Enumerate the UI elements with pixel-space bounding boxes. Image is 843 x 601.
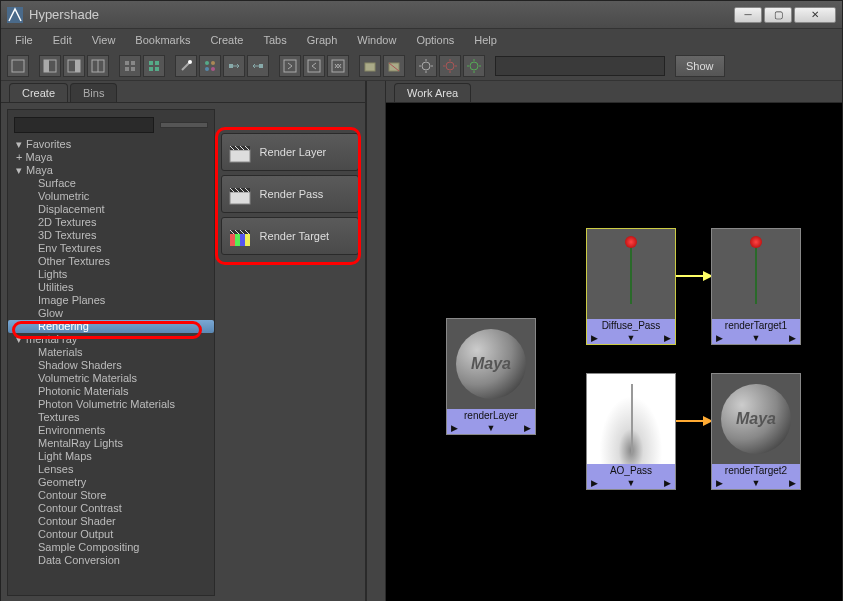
node-footer[interactable]: ▶▼▶	[712, 332, 800, 344]
node-renderTarget2[interactable]: M⁠a⁠y⁠arenderTarget2▶▼▶	[711, 373, 801, 490]
node-renderTarget1[interactable]: renderTarget1▶▼▶	[711, 228, 801, 345]
menu-graph[interactable]: Graph	[299, 32, 346, 48]
tab-bins[interactable]: Bins	[70, 83, 117, 102]
tree-item-data-conversion[interactable]: Data Conversion	[8, 554, 214, 567]
tree-item-shadow-shaders[interactable]: Shadow Shaders	[8, 359, 214, 372]
menu-file[interactable]: File	[7, 32, 41, 48]
tool-io-1-icon[interactable]	[279, 55, 301, 77]
node-input-icon[interactable]: ▶	[591, 478, 598, 488]
tree-item-environments[interactable]: Environments	[8, 424, 214, 437]
tool-sun-1-icon[interactable]	[415, 55, 437, 77]
tool-container-2-icon[interactable]	[383, 55, 405, 77]
maximize-button[interactable]: ▢	[764, 7, 792, 23]
node-footer[interactable]: ▶▼▶	[587, 477, 675, 489]
menu-view[interactable]: View	[84, 32, 124, 48]
connection-arrow[interactable]	[676, 420, 711, 422]
category-tree-list[interactable]: ▾Favorites+ Maya▾MayaSurfaceVolumetricDi…	[8, 138, 214, 593]
tree-item-surface[interactable]: Surface	[8, 177, 214, 190]
tree-item-maya[interactable]: ▾Maya	[8, 164, 214, 177]
tab-work-area[interactable]: Work Area	[394, 83, 471, 102]
tree-item-photon-volumetric-materials[interactable]: Photon Volumetric Materials	[8, 398, 214, 411]
node-input-icon[interactable]: ▶	[451, 423, 458, 433]
tree-item-light-maps[interactable]: Light Maps	[8, 450, 214, 463]
tree-item-materials[interactable]: Materials	[8, 346, 214, 359]
tool-grid-2-icon[interactable]	[143, 55, 165, 77]
node-menu-icon[interactable]: ▼	[487, 423, 496, 433]
node-output-icon[interactable]: ▶	[664, 478, 671, 488]
tree-item-photonic-materials[interactable]: Photonic Materials	[8, 385, 214, 398]
tree-item-contour-contrast[interactable]: Contour Contrast	[8, 502, 214, 515]
minimize-button[interactable]: ─	[734, 7, 762, 23]
tree-item-other-textures[interactable]: Other Textures	[8, 255, 214, 268]
connection-arrow[interactable]	[676, 275, 711, 277]
node-footer[interactable]: ▶▼▶	[587, 332, 675, 344]
tool-graph-materials-icon[interactable]	[199, 55, 221, 77]
tree-item-3d-textures[interactable]: 3D Textures	[8, 229, 214, 242]
node-footer[interactable]: ▶▼▶	[712, 477, 800, 489]
tree-item-geometry[interactable]: Geometry	[8, 476, 214, 489]
expand-arrow-icon[interactable]: ▾	[16, 164, 26, 177]
node-output-icon[interactable]: ▶	[664, 333, 671, 343]
tree-item-displacement[interactable]: Displacement	[8, 203, 214, 216]
node-menu-icon[interactable]: ▼	[627, 333, 636, 343]
tree-item-lights[interactable]: Lights	[8, 268, 214, 281]
node-aoPass[interactable]: AO_Pass▶▼▶	[586, 373, 676, 490]
tree-item-sample-compositing[interactable]: Sample Compositing	[8, 541, 214, 554]
node-output-icon[interactable]: ▶	[789, 478, 796, 488]
show-button[interactable]: Show	[675, 55, 725, 77]
tab-create[interactable]: Create	[9, 83, 68, 102]
tree-item-textures[interactable]: Textures	[8, 411, 214, 424]
node-menu-icon[interactable]: ▼	[627, 478, 636, 488]
tree-item-mental-ray[interactable]: ▾mental ray	[8, 333, 214, 346]
node-input-icon[interactable]: ▶	[716, 333, 723, 343]
tree-item-lenses[interactable]: Lenses	[8, 463, 214, 476]
tool-container-1-icon[interactable]	[359, 55, 381, 77]
tree-item-volumetric[interactable]: Volumetric	[8, 190, 214, 203]
tree-item-contour-shader[interactable]: Contour Shader	[8, 515, 214, 528]
tree-item-2d-textures[interactable]: 2D Textures	[8, 216, 214, 229]
node-renderLayer[interactable]: M⁠a⁠y⁠arenderLayer▶▼▶	[446, 318, 536, 435]
node-menu-icon[interactable]: ▼	[752, 333, 761, 343]
close-button[interactable]: ✕	[794, 7, 836, 23]
node-diffusePass[interactable]: Diffuse_Pass▶▼▶	[586, 228, 676, 345]
category-filter-input[interactable]	[14, 117, 154, 133]
tree-item-contour-output[interactable]: Contour Output	[8, 528, 214, 541]
menu-edit[interactable]: Edit	[45, 32, 80, 48]
tool-layout-left-icon[interactable]	[39, 55, 61, 77]
category-filter-slider[interactable]	[160, 122, 208, 128]
node-output-icon[interactable]: ▶	[524, 423, 531, 433]
tree-item-favorites[interactable]: ▾Favorites	[8, 138, 214, 151]
menu-help[interactable]: Help	[466, 32, 505, 48]
tool-io-3-icon[interactable]	[327, 55, 349, 77]
node-output-icon[interactable]: ▶	[789, 333, 796, 343]
tool-sun-3-icon[interactable]	[463, 55, 485, 77]
nodetype-render-pass[interactable]: Render Pass	[221, 175, 359, 213]
tree-item-image-planes[interactable]: Image Planes	[8, 294, 214, 307]
tree-item-mentalray-lights[interactable]: MentalRay Lights	[8, 437, 214, 450]
tool-io-2-icon[interactable]	[303, 55, 325, 77]
menu-tabs[interactable]: Tabs	[255, 32, 294, 48]
tree-item-env-textures[interactable]: Env Textures	[8, 242, 214, 255]
tool-clear-icon[interactable]	[175, 55, 197, 77]
tool-input-connections-icon[interactable]	[223, 55, 245, 77]
tool-layout-1-icon[interactable]	[7, 55, 29, 77]
tool-layout-split-icon[interactable]	[87, 55, 109, 77]
tree-item-rendering[interactable]: Rendering	[8, 320, 214, 333]
tool-output-connections-icon[interactable]	[247, 55, 269, 77]
nodetype-render-target[interactable]: Render Target	[221, 217, 359, 255]
work-canvas[interactable]: M⁠a⁠y⁠arenderLayer▶▼▶Diffuse_Pass▶▼▶rend…	[386, 103, 842, 601]
node-input-icon[interactable]: ▶	[591, 333, 598, 343]
toolbar-search-input[interactable]	[495, 56, 665, 76]
menu-options[interactable]: Options	[408, 32, 462, 48]
menu-bookmarks[interactable]: Bookmarks	[127, 32, 198, 48]
nodetype-render-layer[interactable]: Render Layer	[221, 133, 359, 171]
menu-window[interactable]: Window	[349, 32, 404, 48]
tree-item-contour-store[interactable]: Contour Store	[8, 489, 214, 502]
tree-item-volumetric-materials[interactable]: Volumetric Materials	[8, 372, 214, 385]
tree-item-+-maya[interactable]: + Maya	[8, 151, 214, 164]
expand-arrow-icon[interactable]: ▾	[16, 333, 26, 346]
expand-arrow-icon[interactable]: ▾	[16, 138, 26, 151]
tree-item-glow[interactable]: Glow	[8, 307, 214, 320]
tree-item-utilities[interactable]: Utilities	[8, 281, 214, 294]
node-input-icon[interactable]: ▶	[716, 478, 723, 488]
